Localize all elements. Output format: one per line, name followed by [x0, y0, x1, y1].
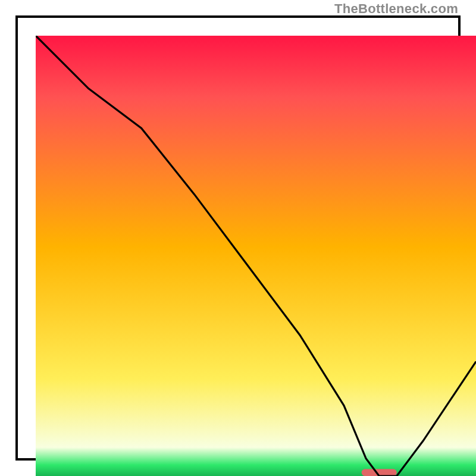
chart-canvas [36, 36, 476, 476]
chart-background [36, 36, 476, 476]
watermark-text: TheBottleneck.com [334, 1, 458, 17]
chart-frame [15, 15, 461, 461]
